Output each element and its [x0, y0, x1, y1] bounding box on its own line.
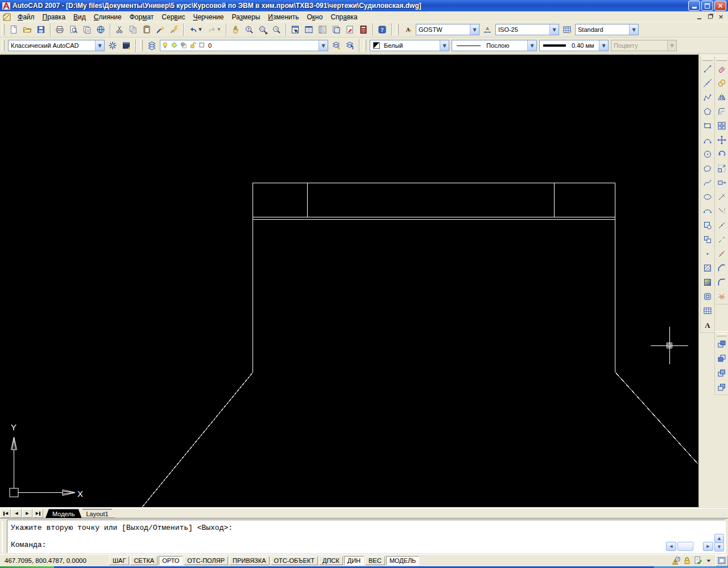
table-style-button[interactable] [560, 23, 574, 36]
send-under-button[interactable] [715, 380, 728, 394]
coordinates-readout[interactable]: 467.7095, 800.4787, 0.0000 [0, 557, 109, 564]
menu-item-Правка[interactable]: Правка [39, 13, 70, 22]
restore-button[interactable] [701, 1, 713, 11]
menu-item-Файл[interactable]: Файл [14, 13, 39, 22]
join-button[interactable] [715, 247, 728, 261]
construction-line-button[interactable] [701, 76, 714, 90]
scroll-down-button[interactable]: ▼ [714, 542, 724, 551]
rectangle-button[interactable] [701, 119, 714, 133]
pan-button[interactable] [229, 23, 242, 36]
toolbar-grip[interactable] [140, 40, 143, 51]
toolbar-grip[interactable] [2, 24, 5, 35]
toolbar-grip[interactable] [363, 40, 366, 51]
move-button[interactable] [715, 133, 728, 147]
status-toggle-ПРИВЯЗКА[interactable]: ПРИВЯЗКА [229, 556, 269, 565]
break-at-point-button[interactable] [715, 219, 728, 232]
status-toggle-ОРТО[interactable]: ОРТО [159, 556, 183, 565]
chevron-down-icon[interactable]: ▼ [95, 40, 104, 51]
preview-button[interactable] [67, 23, 80, 36]
dim-style-button[interactable]: A [481, 23, 494, 36]
arc-button[interactable] [701, 133, 714, 147]
status-toggle-ДПСК[interactable]: ДПСК [319, 556, 343, 565]
tab-prev-button[interactable]: ◀ [11, 509, 22, 518]
cut-button[interactable] [113, 23, 126, 36]
workspace-settings-button[interactable] [106, 39, 119, 52]
status-toggle-ШАГ[interactable]: ШАГ [109, 556, 129, 565]
region-button[interactable] [701, 290, 714, 303]
explode-button[interactable] [715, 290, 728, 303]
status-toggle-СЕТКА[interactable]: СЕТКА [130, 556, 158, 565]
chevron-down-icon[interactable]: ▼ [198, 27, 201, 32]
properties-button[interactable] [288, 23, 302, 36]
copy-object-button[interactable] [715, 76, 728, 90]
ellipse-button[interactable] [701, 190, 714, 204]
chevron-down-icon[interactable]: ▼ [527, 40, 536, 51]
bulb-on-icon[interactable] [162, 42, 169, 50]
lineweight-combo[interactable]: 0.40 мм ▼ [539, 40, 609, 51]
toolbar-grip[interactable] [2, 40, 5, 51]
send-to-back-button[interactable] [715, 352, 728, 365]
sheetset-button[interactable] [329, 23, 343, 36]
model-canvas[interactable]: YX [0, 55, 698, 507]
vp-freeze-icon[interactable] [180, 42, 188, 50]
tab-Модель[interactable]: Модель [46, 509, 81, 518]
mdi-close-button[interactable]: × [716, 13, 726, 20]
markup-button[interactable] [343, 23, 357, 36]
validate-icon[interactable] [693, 556, 702, 565]
tool-palettes-button[interactable] [316, 23, 329, 36]
stretch-button[interactable] [715, 176, 728, 190]
chevron-down-icon[interactable]: ▼ [440, 40, 449, 51]
copy-button[interactable] [126, 23, 140, 36]
publish-button[interactable] [80, 23, 94, 36]
insert-block-button[interactable] [701, 219, 714, 232]
freeze-sun-icon[interactable] [171, 42, 179, 50]
toolbar-grip[interactable] [702, 58, 713, 61]
array-button[interactable] [715, 119, 728, 133]
circle-button[interactable] [701, 147, 714, 161]
menu-item-Окно[interactable]: Окно [303, 13, 326, 22]
extend-button[interactable] [715, 204, 728, 218]
tab-Layout1[interactable]: Layout1 [79, 509, 115, 518]
gradient-button[interactable] [701, 275, 714, 289]
erase-button[interactable] [715, 62, 728, 76]
layer-previous-button[interactable] [343, 39, 357, 52]
help-button[interactable]: ? [375, 23, 389, 36]
paste-button[interactable] [140, 23, 154, 36]
communication-icon[interactable] [672, 556, 681, 565]
status-toggle-ОТС-ОБЪЕКТ[interactable]: ОТС-ОБЪЕКТ [271, 556, 318, 565]
menu-item-Изменить[interactable]: Изменить [264, 13, 303, 22]
bring-above-button[interactable] [715, 366, 728, 380]
matchprops-button[interactable] [154, 23, 167, 36]
chevron-down-icon[interactable]: ▼ [318, 40, 328, 51]
zoom-window-button[interactable] [256, 23, 270, 36]
lock-icon[interactable] [682, 556, 692, 565]
menu-item-Вид[interactable]: Вид [69, 13, 90, 22]
color-combo[interactable]: Белый ▼ [370, 40, 449, 51]
undo-button[interactable]: ▼ [186, 23, 205, 36]
workspace-combo[interactable]: Классический AutoCAD ▼ [8, 40, 105, 51]
menu-item-Формат[interactable]: Формат [126, 13, 158, 22]
mirror-button[interactable] [715, 90, 728, 104]
scrollbar-thumb[interactable] [677, 542, 693, 551]
zoom-previous-button[interactable] [270, 23, 283, 36]
make-block-button[interactable] [701, 233, 714, 246]
layer-combo[interactable]: 0 ▼ [160, 40, 328, 51]
mdi-restore-button[interactable] [705, 13, 715, 20]
chevron-down-icon[interactable]: ▼ [549, 24, 559, 35]
matchlight-button[interactable] [167, 23, 181, 36]
open-button[interactable] [20, 23, 34, 36]
command-prompt-line[interactable]: Команда: [11, 541, 46, 549]
my-workspace-button[interactable] [119, 39, 133, 52]
status-toggle-ВЕС[interactable]: ВЕС [365, 556, 385, 565]
trim-button[interactable] [715, 190, 728, 204]
rotate-button[interactable] [715, 147, 728, 161]
lock-open-icon[interactable] [189, 42, 197, 50]
table-button[interactable] [701, 304, 714, 318]
color-swatch-icon[interactable] [198, 42, 206, 50]
linetype-combo[interactable]: Послою ▼ [452, 40, 537, 51]
plot-button[interactable] [53, 23, 67, 36]
ellipse-arc-button[interactable] [701, 204, 714, 218]
toolbar-grip[interactable] [717, 58, 727, 61]
toolbar-grip[interactable] [717, 334, 727, 336]
polyline-button[interactable] [701, 90, 714, 104]
